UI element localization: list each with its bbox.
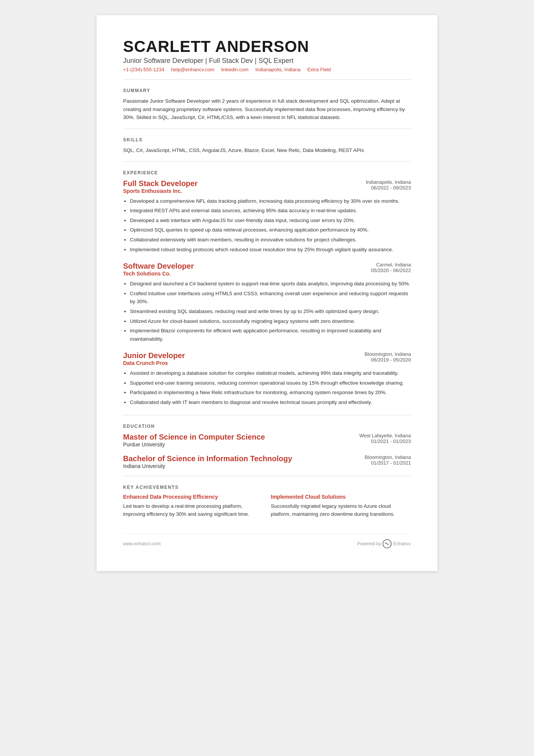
- header-section: SCARLETT ANDERSON Junior Software Develo…: [123, 38, 411, 72]
- job-2-title: Software Developer: [123, 262, 194, 271]
- job-1-bullets: Developed a comprehensive NFL data track…: [123, 197, 411, 254]
- skills-divider: [123, 161, 411, 162]
- education-label: EDUCATION: [123, 424, 411, 429]
- achievement-1-title: Enhanced Data Processing Efficiency: [123, 494, 263, 500]
- list-item: Utilized Azure for cloud-based solutions…: [130, 317, 411, 326]
- list-item: Collaborated daily with IT team members …: [130, 398, 411, 407]
- job-3-title: Junior Developer: [123, 351, 185, 360]
- job-2: Software Developer Tech Solutions Co. Ca…: [123, 262, 411, 343]
- powered-by-text: Powered by: [357, 541, 381, 546]
- job-1-meta: Indianapolis, Indiana 06/2022 - 09/2023: [366, 179, 411, 191]
- candidate-name: SCARLETT ANDERSON: [123, 38, 411, 55]
- edu-2-school: Indiana University: [123, 463, 292, 469]
- job-3-dates: 06/2019 - 05/2020: [365, 357, 411, 363]
- list-item: Supported end-user training sessions, re…: [130, 379, 411, 387]
- footer-url: www.enhancv.com: [123, 541, 161, 546]
- job-1-dates: 06/2022 - 09/2023: [366, 185, 411, 191]
- job-3-company: Data Crunch Pros: [123, 360, 185, 366]
- edu-2-location: Bloomington, Indiana: [365, 454, 411, 460]
- edu-2-header: Bachelor of Science in Information Techn…: [123, 454, 411, 469]
- resume-document: SCARLETT ANDERSON Junior Software Develo…: [97, 15, 437, 571]
- edu-1-dates: 01/2021 - 01/2023: [359, 438, 411, 444]
- achievements-grid: Enhanced Data Processing Efficiency Led …: [123, 494, 411, 518]
- header-divider: [123, 79, 411, 80]
- job-1-header: Full Stack Developer Sports Enthusiasts …: [123, 179, 411, 194]
- list-item: Assisted in developing a database soluti…: [130, 369, 411, 377]
- skills-section: SKILLS SQL, C#, JavaScript, HTML, CSS, A…: [123, 137, 411, 155]
- experience-section: EXPERIENCE Full Stack Developer Sports E…: [123, 170, 411, 407]
- edu-1-location: West Lafayette, Indiana: [359, 433, 411, 438]
- summary-label: SUMMARY: [123, 88, 411, 93]
- page-footer: www.enhancv.com Powered by Enhancv: [123, 534, 411, 548]
- list-item: Designed and launched a C# backend syste…: [130, 280, 411, 288]
- location: Indianapolis, Indiana: [255, 67, 300, 72]
- summary-section: SUMMARY Passionate Junior Software Devel…: [123, 88, 411, 122]
- email-link[interactable]: help@enhancv.com: [171, 67, 214, 72]
- job-1: Full Stack Developer Sports Enthusiasts …: [123, 179, 411, 254]
- achievement-2-text: Successfully migrated legacy systems to …: [271, 502, 411, 518]
- edu-1-info: Master of Science in Computer Science Pu…: [123, 433, 265, 448]
- edu-1-school: Purdue University: [123, 441, 265, 448]
- list-item: Implemented Blazor components for effici…: [130, 327, 411, 343]
- education-divider: [123, 476, 411, 476]
- list-item: Participated in implementing a New Relic…: [130, 388, 411, 397]
- job-3-title-group: Junior Developer Data Crunch Pros: [123, 351, 185, 366]
- job-3-bullets: Assisted in developing a database soluti…: [123, 369, 411, 406]
- enhancv-logo-icon: [383, 539, 392, 548]
- powered-by: Powered by Enhancv: [357, 539, 411, 548]
- edu-2-meta: Bloomington, Indiana 01/2017 - 01/2021: [365, 454, 411, 466]
- experience-divider: [123, 415, 411, 415]
- job-1-title-group: Full Stack Developer Sports Enthusiasts …: [123, 179, 198, 194]
- job-3: Junior Developer Data Crunch Pros Bloomi…: [123, 351, 411, 406]
- achievement-1-text: Led team to develop a real-time processi…: [123, 502, 263, 518]
- summary-text: Passionate Junior Software Developer wit…: [123, 97, 411, 122]
- edu-2: Bachelor of Science in Information Techn…: [123, 454, 411, 469]
- job-2-title-group: Software Developer Tech Solutions Co.: [123, 262, 194, 277]
- list-item: Integrated REST APIs and external data s…: [130, 207, 411, 215]
- phone: +1-(234)-555-1234: [123, 67, 164, 72]
- achievements-label: KEY ACHIEVEMENTS: [123, 485, 411, 490]
- achievement-2: Implemented Cloud Solutions Successfully…: [271, 494, 411, 518]
- list-item: Collaborated extensively with team membe…: [130, 236, 411, 244]
- job-3-location: Bloomington, Indiana: [365, 351, 411, 357]
- candidate-title: Junior Software Developer | Full Stack D…: [123, 57, 411, 65]
- job-2-location: Carmel, Indiana: [371, 262, 411, 268]
- edu-2-info: Bachelor of Science in Information Techn…: [123, 454, 292, 469]
- edu-1-header: Master of Science in Computer Science Pu…: [123, 433, 411, 448]
- job-1-location: Indianapolis, Indiana: [366, 179, 411, 185]
- list-item: Crafted intuitive user interfaces using …: [130, 290, 411, 306]
- experience-label: EXPERIENCE: [123, 170, 411, 175]
- achievement-2-title: Implemented Cloud Solutions: [271, 494, 411, 500]
- list-item: Optimized SQL queries to speed up data r…: [130, 226, 411, 234]
- job-2-company: Tech Solutions Co.: [123, 271, 194, 277]
- job-3-header: Junior Developer Data Crunch Pros Bloomi…: [123, 351, 411, 366]
- job-2-bullets: Designed and launched a C# backend syste…: [123, 280, 411, 343]
- edu-1-degree: Master of Science in Computer Science: [123, 433, 265, 441]
- job-2-meta: Carmel, Indiana 05/2020 - 06/2022: [371, 262, 411, 273]
- job-1-title: Full Stack Developer: [123, 179, 198, 188]
- list-item: Developed a comprehensive NFL data track…: [130, 197, 411, 205]
- edu-1-meta: West Lafayette, Indiana 01/2021 - 01/202…: [359, 433, 411, 444]
- skills-text: SQL, C#, JavaScript, HTML, CSS, AngularJ…: [123, 146, 411, 155]
- job-2-header: Software Developer Tech Solutions Co. Ca…: [123, 262, 411, 277]
- list-item: Streamlined existing SQL databases, redu…: [130, 307, 411, 316]
- edu-1: Master of Science in Computer Science Pu…: [123, 433, 411, 448]
- edu-2-degree: Bachelor of Science in Information Techn…: [123, 454, 292, 463]
- education-section: EDUCATION Master of Science in Computer …: [123, 424, 411, 469]
- job-3-meta: Bloomington, Indiana 06/2019 - 05/2020: [365, 351, 411, 363]
- skills-label: SKILLS: [123, 137, 411, 142]
- contact-info: +1-(234)-555-1234 help@enhancv.com linke…: [123, 67, 411, 72]
- list-item: Developed a web interface with AngularJS…: [130, 216, 411, 225]
- job-2-dates: 05/2020 - 06/2022: [371, 268, 411, 273]
- brand-name: Enhancv: [393, 541, 411, 546]
- edu-2-dates: 01/2017 - 01/2021: [365, 460, 411, 466]
- achievements-section: KEY ACHIEVEMENTS Enhanced Data Processin…: [123, 485, 411, 518]
- linkedin-link[interactable]: linkedin.com: [221, 67, 248, 72]
- list-item: Implemented robust testing protocols whi…: [130, 246, 411, 254]
- job-1-company: Sports Enthusiasts Inc.: [123, 188, 198, 194]
- summary-divider: [123, 128, 411, 129]
- extra-field: Extra Field: [307, 67, 331, 72]
- achievement-1: Enhanced Data Processing Efficiency Led …: [123, 494, 263, 518]
